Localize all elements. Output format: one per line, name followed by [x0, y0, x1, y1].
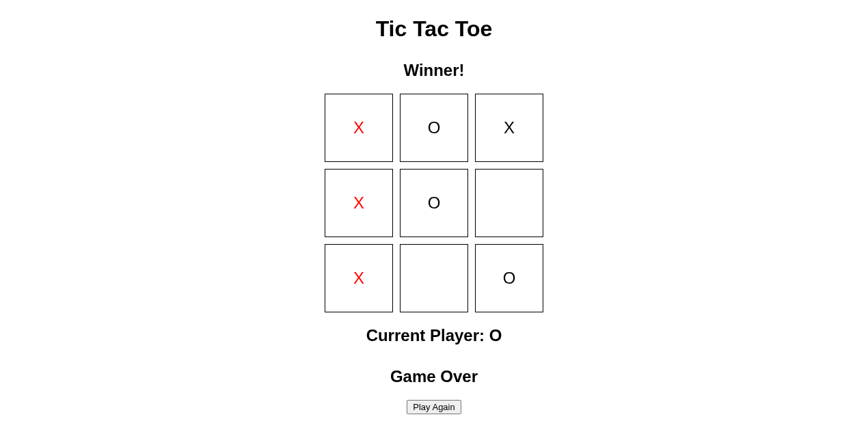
play-again-button[interactable]: Play Again — [407, 400, 461, 414]
cell-1[interactable]: O — [400, 94, 468, 162]
cell-8[interactable]: O — [475, 244, 543, 312]
cell-0[interactable]: X — [325, 94, 393, 162]
page-title: Tic Tac Toe — [376, 16, 493, 42]
game-container: Tic Tac Toe Winner! X O X X O X O Curren… — [0, 0, 868, 414]
cell-4[interactable]: O — [400, 169, 468, 237]
cell-3[interactable]: X — [325, 169, 393, 237]
cell-6[interactable]: X — [325, 244, 393, 312]
cell-7[interactable] — [400, 244, 468, 312]
current-player-label: Current Player: O — [366, 326, 502, 345]
game-board: X O X X O X O — [325, 94, 543, 312]
status-heading: Winner! — [403, 61, 464, 80]
cell-2[interactable]: X — [475, 94, 543, 162]
game-over-label: Game Over — [390, 367, 478, 386]
cell-5[interactable] — [475, 169, 543, 237]
